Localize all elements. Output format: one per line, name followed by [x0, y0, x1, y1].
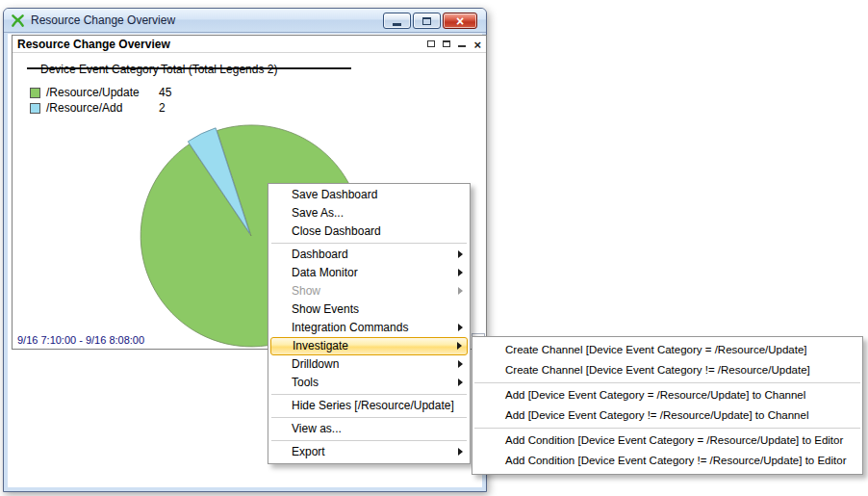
minimize-icon	[393, 23, 401, 26]
legend-col-category: Device Event Category	[40, 63, 159, 76]
legend-label: /Resource/Add	[46, 101, 122, 115]
submenu-item-add-to-channel-neq[interactable]: Add [Device Event Category != /Resource/…	[472, 405, 862, 426]
menu-item-dashboard[interactable]: Dashboard	[268, 246, 470, 264]
minimize-icon[interactable]	[458, 45, 466, 47]
submenu-item-add-condition-neq[interactable]: Add Condition [Device Event Category != …	[472, 451, 862, 471]
menu-item-drilldown[interactable]: Drilldown	[268, 355, 470, 374]
close-button[interactable]	[443, 13, 477, 29]
close-icon[interactable]	[473, 36, 481, 53]
window-title: Resource Change Overview	[31, 13, 175, 27]
menu-item-investigate[interactable]: Investigate	[270, 337, 468, 355]
legend-row-resource-add[interactable]: /Resource/Add 2	[30, 101, 122, 115]
menu-separator	[271, 440, 467, 441]
maximize-icon	[422, 17, 431, 25]
legend-value: 45	[159, 86, 171, 99]
screen: Resource Change Overview Resource Change…	[0, 0, 868, 496]
menu-item-integration-commands[interactable]: Integration Commands	[268, 319, 470, 337]
menu-item-close-dashboard[interactable]: Close Dashboard	[268, 222, 470, 241]
menu-item-save-dashboard[interactable]: Save Dashboard	[268, 186, 470, 204]
menu-item-show-events[interactable]: Show Events	[268, 300, 470, 319]
menu-item-export[interactable]: Export	[268, 443, 470, 461]
legend-row-resource-update[interactable]: /Resource/Update 45	[30, 86, 140, 99]
submenu-arrow-icon	[457, 342, 462, 350]
submenu-arrow-icon	[458, 360, 463, 368]
time-range-status: 9/16 7:10:00 - 9/16 8:08:00	[17, 334, 144, 346]
menu-item-view-as[interactable]: View as...	[268, 420, 470, 438]
caption-buttons	[383, 13, 477, 29]
menu-separator	[271, 243, 467, 244]
submenu-item-add-to-channel-eq[interactable]: Add [Device Event Category = /Resource/U…	[472, 385, 862, 405]
arcsight-logo-icon	[11, 13, 25, 28]
series-swatch-icon	[30, 88, 40, 98]
detach-icon[interactable]	[427, 40, 435, 47]
submenu-arrow-icon	[458, 324, 463, 331]
maximize-button[interactable]	[413, 13, 441, 29]
menu-separator	[474, 428, 860, 429]
context-menu: Save Dashboard Save As... Close Dashboar…	[268, 183, 471, 464]
menu-separator	[271, 417, 467, 418]
investigate-submenu: Create Channel [Device Event Category = …	[472, 336, 863, 475]
legend-label: /Resource/Update	[46, 86, 140, 99]
menu-item-tools[interactable]: Tools	[268, 374, 470, 392]
legend-header: Device Event Category Total (Total Legen…	[27, 63, 351, 69]
menu-item-hide-series[interactable]: Hide Series [/Resource/Update]	[268, 397, 470, 415]
menu-separator	[474, 382, 860, 383]
submenu-arrow-icon	[458, 448, 463, 456]
maximize-icon[interactable]	[443, 40, 450, 47]
series-swatch-icon	[30, 103, 40, 114]
minimize-button[interactable]	[383, 13, 411, 29]
submenu-item-create-channel-neq[interactable]: Create Channel [Device Event Category !=…	[472, 360, 862, 380]
legend-col-total: Total (Total Legends 2)	[161, 63, 277, 76]
menu-item-data-monitor[interactable]: Data Monitor	[268, 264, 470, 282]
submenu-arrow-icon	[458, 287, 463, 295]
submenu-arrow-icon	[458, 379, 463, 386]
submenu-item-add-condition-eq[interactable]: Add Condition [Device Event Category = /…	[472, 431, 862, 451]
panel-header-icons	[427, 36, 481, 53]
menu-separator	[271, 394, 467, 395]
panel-title: Resource Change Overview	[17, 38, 170, 51]
submenu-item-create-channel-eq[interactable]: Create Channel [Device Event Category = …	[472, 340, 862, 360]
submenu-arrow-icon	[458, 250, 463, 258]
legend-value: 2	[159, 101, 166, 115]
submenu-arrow-icon	[458, 269, 463, 276]
close-icon	[456, 13, 464, 30]
panel-header: Resource Change Overview	[13, 36, 486, 53]
menu-item-show: Show	[268, 282, 470, 300]
menu-item-save-as[interactable]: Save As...	[268, 204, 470, 222]
